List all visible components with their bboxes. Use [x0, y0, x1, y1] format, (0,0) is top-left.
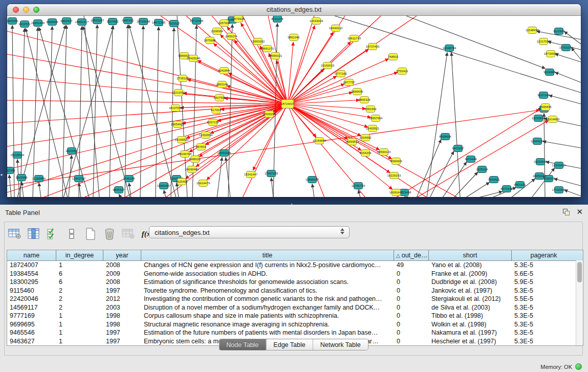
table-row[interactable]: 969969511998Structural magnetic resonanc…	[7, 320, 583, 329]
column-header-title[interactable]: title	[141, 250, 394, 260]
window-title: citations_edges.txt	[7, 6, 581, 13]
graph-edge	[243, 16, 288, 104]
table-cell: 0	[394, 329, 429, 337]
table-row[interactable]: 1872400712008Changes of HCN gene express…	[7, 261, 583, 270]
graph-node-label: 16162615	[321, 64, 335, 67]
graph-node-label: 18724007	[281, 102, 295, 105]
tab-edge-table[interactable]: Edge Table	[266, 339, 313, 350]
tab-network-table[interactable]: Network Table	[313, 339, 368, 350]
graph-edge	[48, 26, 52, 197]
row-height-icon[interactable]	[64, 227, 79, 241]
network-canvas[interactable]: 1872400729055511933572206914069465546946…	[7, 16, 581, 197]
table-header-row[interactable]: namein_degreeyeartitle△out_de…shortpager…	[7, 250, 583, 261]
table-cell: 1	[56, 337, 103, 346]
table-cell: 9463627	[7, 337, 56, 346]
table-cell: 5.3E-5	[512, 329, 576, 337]
table-cell: 0	[394, 303, 429, 312]
window-titlebar[interactable]: citations_edges.txt	[7, 4, 581, 16]
graph-node-label: 9825107	[113, 188, 125, 191]
float-window-icon[interactable]	[563, 209, 571, 215]
table-cell: 5.3E-5	[512, 261, 576, 270]
table-cell: 5.3E-5	[512, 312, 576, 320]
graph-edge	[125, 25, 128, 197]
graph-node-label: 15220153	[387, 174, 401, 177]
graph-edge	[33, 27, 38, 197]
column-header-in_degree[interactable]: in_degree	[56, 250, 103, 260]
close-icon[interactable]: ✕	[576, 207, 583, 216]
graph-node-label: 8753421	[396, 70, 408, 73]
column-header-short[interactable]: short	[429, 250, 512, 260]
table-row[interactable]: 977716911998Corpus callosum shape and si…	[7, 312, 583, 320]
graph-node-label: 16782759	[352, 184, 365, 187]
graph-edge	[564, 190, 581, 196]
graph-node-label: 12942757	[72, 177, 86, 180]
graph-node-label: 17957255	[265, 172, 278, 175]
table-cell: de Silva et al. (2003)	[429, 303, 512, 312]
graph-node-label: 1595835	[539, 105, 552, 108]
table-cell: 2003	[103, 303, 141, 312]
network-view[interactable]: 1872400729055511933572206914069465546946…	[7, 16, 581, 197]
graph-node-label: 9515169	[7, 169, 15, 172]
tab-node-table[interactable]: Node Table	[219, 339, 266, 350]
graph-node-label: 2204662	[359, 136, 372, 139]
table-cell: Corpus callosum shape and size in male p…	[141, 312, 394, 320]
graph-edge	[451, 52, 460, 197]
graph-node-label: 9329966	[543, 71, 556, 74]
graph-node-label: 1527602	[106, 20, 119, 23]
column-header-pagerank[interactable]: pagerank	[512, 250, 576, 260]
graph-node-label: 16640910	[329, 27, 343, 30]
column-header-name[interactable]: name	[7, 250, 56, 260]
table-body[interactable]: 1872400712008Changes of HCN gene express…	[7, 261, 583, 345]
table-row[interactable]: 1456911722003Disruption of a novel membe…	[7, 303, 583, 312]
node-table: namein_degreeyeartitle△out_de…shortpager…	[7, 250, 583, 346]
graph-edge	[180, 104, 288, 108]
graph-node-label: 8267130	[207, 121, 219, 124]
graph-edge	[288, 104, 368, 127]
delete-icon[interactable]	[102, 227, 117, 241]
graph-node-label: 22420046	[187, 57, 201, 60]
graph-node-label: 2935114	[476, 168, 489, 171]
table-selector-value: citations_edges.txt	[155, 229, 210, 236]
table-panel-title: Table Panel	[5, 209, 40, 216]
table-selector-dropdown[interactable]: citations_edges.txt	[149, 226, 350, 238]
scrollbar-thumb[interactable]	[577, 262, 582, 282]
graph-node-label: 9096603	[390, 160, 402, 163]
table-cell: 49	[394, 261, 429, 270]
table-cell: 19384554	[7, 270, 56, 278]
table-cell: 2	[56, 295, 103, 303]
graph-node-label: 16091447	[389, 191, 403, 194]
select-columns-icon[interactable]	[27, 227, 41, 241]
table-row[interactable]: 911546021997Tourette syndrome. Phenomeno…	[7, 287, 583, 295]
column-header-year[interactable]: year	[103, 250, 141, 260]
table-cell: 0	[394, 312, 429, 320]
graph-edge	[171, 28, 174, 197]
table-options-icon[interactable]	[8, 227, 22, 241]
memory-label: Memory: OK	[540, 364, 572, 370]
table-row[interactable]: 946554611997Estimation of the future num…	[7, 329, 583, 337]
graph-node-label: 16590124	[377, 150, 391, 154]
network-window: citations_edges.txt 18724007290555119335…	[7, 4, 581, 197]
graph-edge	[62, 25, 67, 197]
graph-edge	[554, 179, 581, 186]
table-row[interactable]: 2242004622012Investigating the contribut…	[7, 295, 583, 303]
memory-status: Memory: OK	[540, 363, 582, 370]
vertical-scrollbar[interactable]	[576, 260, 583, 345]
graph-node-label: 16648784	[443, 47, 456, 50]
graph-node-label: 19861270	[260, 47, 274, 50]
graph-edge	[17, 25, 66, 197]
table-row[interactable]: 1938455462009Genome-wide association stu…	[7, 270, 583, 278]
table-row[interactable]: 1830029562008Estimation of significance …	[7, 278, 583, 287]
table-cell: 9777169	[7, 312, 56, 320]
table-cell: Yano et al. (2008)	[429, 261, 512, 270]
graph-node-label: 9806324	[358, 98, 371, 101]
table-cell: 5.3E-5	[512, 303, 576, 312]
graph-node-label: 1581562	[364, 107, 377, 111]
graph-node-label: 2208064	[211, 30, 223, 33]
graph-node-label: 9474444	[465, 158, 477, 161]
table-cell: Stergiakouli et al. (2012)	[429, 295, 512, 303]
graph-edge	[129, 25, 176, 197]
table-cell: 5.3E-5	[512, 320, 576, 329]
select-all-checkboxes-icon[interactable]	[46, 227, 60, 241]
column-header-out_de[interactable]: △out_de…	[394, 250, 429, 260]
new-file-icon[interactable]	[83, 227, 98, 241]
